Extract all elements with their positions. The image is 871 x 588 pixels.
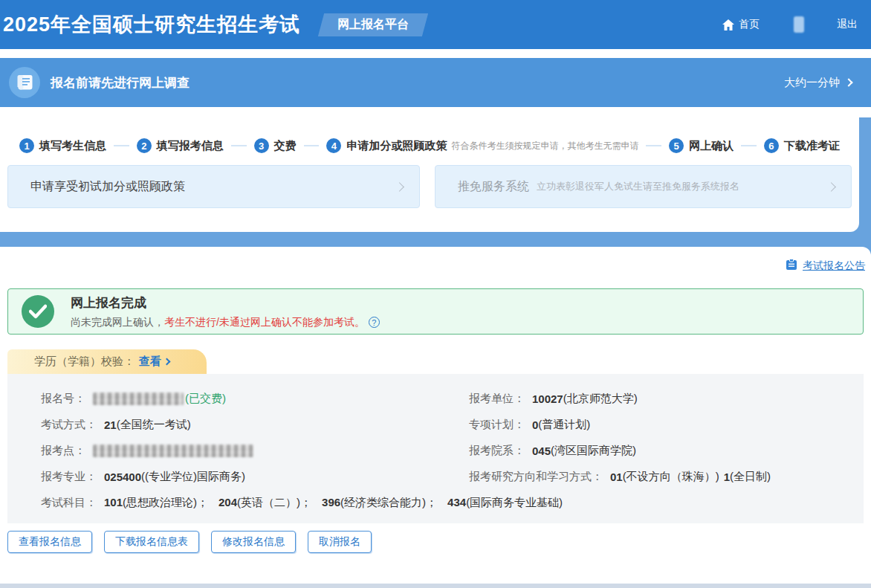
survey-duration-link[interactable]: 大约一分钟 [784,76,852,90]
cancel-registration-button[interactable]: 取消报名 [308,531,372,553]
subject-1: 101(思想政治理论)； [104,496,208,510]
field-study-mode-code: 1 [724,471,730,483]
field-major: 报考专业： 025400 ((专业学位)国际商务) [7,464,436,490]
logout-link-label: 退出 [837,18,858,31]
field-unit-code: 10027 [532,392,563,405]
header-nav: 首页 退出 [722,16,861,33]
step-4: 4 申请加分或照顾政策 符合条件考生须按规定申请，其他考生无需申请 [326,138,638,153]
steps-panel: 1 填写考生信息 2 填写报考信息 3 交费 4 申请加分或照顾政策 符合条件考… [0,117,859,232]
view-link-label: 查看 [139,355,161,369]
paid-status: (已交费) [185,392,226,406]
step-3-number: 3 [254,138,269,153]
field-subjects-label: 考试科目： [41,496,97,510]
field-major-label: 报考专业： [41,470,97,484]
field-direction-code: 01 [610,471,623,483]
subject-3: 396(经济类综合能力)； [322,496,437,510]
field-major-name: ((专业学位)国际商务) [141,470,245,484]
step-connector [304,145,320,146]
field-dept: 报考院系： 045 (湾区国际商学院) [436,438,864,464]
exam-site-value-blurred [93,445,253,457]
step-5-label: 网上确认 [689,139,734,153]
top-header: 2025年全国硕士研究生招生考试 网上报名平台 首页 退出 [0,0,871,49]
step-connector [114,145,129,146]
field-exam-mode: 考试方式： 21 (全国统一考试) [7,412,436,438]
banner-subtitle: 尚未完成网上确认， 考生不进行/未通过网上确认不能参加考试。 ? [71,316,380,329]
banner-subtitle-warning: 考生不进行/未通过网上确认不能参加考试。 [164,316,365,329]
step-6: 6 下载准考证 [764,138,840,153]
step-4-label: 申请加分或照顾政策 [346,139,447,153]
bottom-strip [0,584,871,588]
site-title: 2025年全国硕士研究生招生考试 [3,11,300,38]
field-dept-code: 045 [532,445,551,457]
success-banner: 网上报名完成 尚未完成网上确认， 考生不进行/未通过网上确认不能参加考试。 ? [7,288,864,335]
exam-announcement-link[interactable]: 考试报名公告 [803,259,865,273]
help-icon[interactable]: ? [369,317,380,328]
step-4-number: 4 [326,138,341,153]
bonus-policy-card-title: 申请享受初试加分或照顾政策 [30,179,185,195]
step-connector [646,145,661,146]
step-3: 3 交费 [254,138,297,153]
field-direction-label: 报考研究方向和学习方式： [469,470,603,484]
scroll-icon [9,67,40,98]
field-dept-name: (湾区国际商学院) [551,444,636,458]
step-5: 5 网上确认 [669,138,734,153]
field-direction: 报考研究方向和学习方式： 01 (不设方向（珠海）) 1 (全日制) [436,464,864,490]
registration-info-grid: 报名号： (已交费) 报考单位： 10027 (北京师范大学) 考试方式： 21… [7,386,864,516]
view-registration-button[interactable]: 查看报名信息 [7,531,92,553]
field-major-code: 025400 [104,471,141,483]
platform-badge: 网上报名平台 [318,13,428,36]
step-6-label: 下载准考证 [784,139,840,153]
banner-subtitle-plain: 尚未完成网上确认， [71,316,164,329]
field-exam-mode-label: 考试方式： [41,418,97,432]
subject-4: 434(国际商务专业基础) [447,496,563,510]
field-exam-site-label: 报考点： [41,444,85,458]
reg-no-value-blurred [93,392,184,405]
field-unit: 报考单位： 10027 (北京师范大学) [436,386,864,412]
field-dept-label: 报考院系： [469,444,525,458]
step-6-number: 6 [764,138,779,153]
field-study-mode-name: (全日制) [730,470,771,484]
home-link-label: 首页 [739,18,760,31]
progress-steps: 1 填写考生信息 2 填写报考信息 3 交费 4 申请加分或照顾政策 符合条件考… [0,117,859,153]
field-unit-name: (北京师范大学) [563,392,638,406]
page-lower-area: 1 填写考生信息 2 填写报考信息 3 交费 4 申请加分或照顾政策 符合条件考… [0,117,871,588]
step-5-number: 5 [669,138,684,153]
field-plan-label: 专项计划： [469,418,525,432]
survey-notice-text: 报名前请先进行网上调查 [51,74,190,91]
header-gap [0,49,871,58]
policy-cards-row: 申请享受初试加分或照顾政策 推免服务系统 立功表彰退役军人免试生请至推免服务系统… [0,153,859,208]
registration-panel: 考试报名公告 网上报名完成 尚未完成网上确认， 考生不进行/未通过网上确认不能参… [0,247,871,584]
download-registration-form-button[interactable]: 下载报名信息表 [104,531,199,553]
field-direction-name: (不设方向（珠海）) [623,470,719,484]
step-connector [741,145,757,146]
step-1: 1 填写考生信息 [19,138,106,153]
modify-registration-button[interactable]: 修改报名信息 [211,531,296,553]
platform-badge-label: 网上报名平台 [337,17,409,33]
chevron-right-icon [163,358,171,366]
step-1-label: 填写考生信息 [39,139,106,153]
banner-texts: 网上报名完成 尚未完成网上确认， 考生不进行/未通过网上确认不能参加考试。 ? [71,294,380,329]
bonus-policy-card[interactable]: 申请享受初试加分或照顾政策 [7,165,420,208]
banner-title: 网上报名完成 [71,294,380,311]
education-verify-tab: 学历（学籍）校验： 查看 [7,349,207,374]
field-subjects: 考试科目： 101(思想政治理论)； 204(英语（二）)； 396(经济类综合… [7,490,864,516]
survey-notice-bar[interactable]: 报名前请先进行网上调查 大约一分钟 [0,58,871,107]
notice-gap [0,107,871,117]
user-name-blurred[interactable] [794,16,804,33]
announcement-row: 考试报名公告 [0,247,871,274]
exemption-system-card-note: 立功表彰退役军人免试生请至推免服务系统报名 [537,180,739,193]
education-verify-view-link[interactable]: 查看 [139,355,169,369]
chevron-right-icon [828,180,835,193]
logout-link[interactable]: 退出 [837,18,858,31]
blue-band-divider [0,232,871,247]
field-exam-site: 报考点： [7,438,436,464]
field-plan-name: (普通计划) [538,418,590,432]
exemption-system-card[interactable]: 推免服务系统 立功表彰退役军人免试生请至推免服务系统报名 [435,165,852,208]
exemption-system-card-title: 推免服务系统 [458,179,529,195]
field-plan-code: 0 [532,419,538,431]
survey-duration-label: 大约一分钟 [784,76,840,90]
home-link[interactable]: 首页 [722,18,760,31]
step-2-label: 填写报考信息 [157,139,224,153]
field-reg-no-label: 报名号： [41,392,85,406]
step-1-number: 1 [19,138,34,153]
